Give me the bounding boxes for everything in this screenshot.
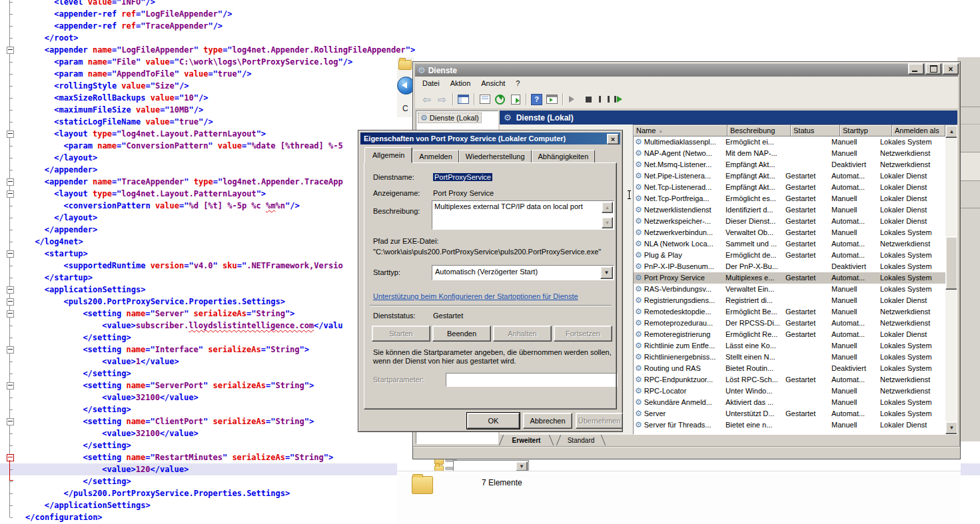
table-row[interactable]: Server für Threads...Bietet eine n...Man… (634, 419, 945, 431)
fold-toggle-icon[interactable] (7, 178, 14, 186)
tab-standard[interactable]: Standard (557, 435, 605, 445)
table-row[interactable]: RAS-Verbindungsv...Verwaltet Ein...Manue… (634, 284, 945, 295)
menu-ansicht[interactable]: Ansicht (476, 78, 510, 89)
table-row[interactable]: Sekundäre Anmeld...Aktiviert das ...Manu… (634, 397, 945, 408)
fold-toggle-icon[interactable] (7, 310, 14, 318)
service-cell (783, 295, 829, 306)
fold-toggle-icon[interactable] (7, 418, 14, 425)
console-tree-button[interactable] (456, 92, 471, 107)
table-row[interactable]: Richtlinie zum Entfe...Lässt eine Ko...M… (634, 340, 945, 352)
table-row[interactable]: NetzwerklistendienstIdentifiziert d...Ge… (634, 204, 945, 216)
table-row[interactable]: RPC-LocatorUnter Windo...ManuellNetzwerk… (634, 386, 945, 397)
code-token: =" (213, 177, 223, 186)
vertical-scrollbar[interactable]: ▲ ▼ (945, 125, 957, 434)
table-row[interactable]: Routing und RASBietet Routin...Deaktivie… (634, 363, 945, 374)
code-token: String (275, 381, 304, 390)
column-header-name[interactable]: Name (634, 125, 728, 136)
refresh-button[interactable] (492, 92, 508, 107)
table-row[interactable]: Net.Msmq-Listener...Empfängt Akt...Deakt… (634, 159, 945, 170)
tab-anmelden[interactable]: Anmelden (412, 150, 459, 163)
table-row[interactable]: RemoteregistrierungErmöglicht Re...Gesta… (634, 329, 945, 340)
code-token: 10 (184, 93, 193, 103)
table-row[interactable]: Registrierungsdiens...Registriert di...M… (634, 295, 945, 306)
service-name-cell: Netzwerkspeicher-... (634, 216, 723, 227)
forward-arrow-button[interactable]: ⇨ (434, 92, 450, 107)
table-row[interactable]: PnP-X-IP-Busenum...Der PnP-X-Bu...Deakti… (634, 261, 945, 272)
tab-erweitert[interactable]: Erweitert (500, 435, 553, 445)
column-header-starttyp[interactable]: Starttyp (840, 125, 892, 136)
table-row[interactable]: NAP-Agent (Netwo...Mit dem NAP-...Manuel… (634, 148, 945, 159)
service-cell: Manuell (829, 284, 877, 295)
pause-service-button[interactable] (596, 92, 612, 107)
column-header-status[interactable]: Status (791, 125, 840, 136)
properties-icon (480, 95, 490, 104)
service-cell: Manuell (829, 148, 877, 159)
fold-toggle-icon[interactable] (7, 190, 14, 198)
column-header-beschreibung[interactable]: Beschreibung (728, 125, 791, 136)
fold-toggle-icon[interactable] (7, 346, 14, 354)
table-row[interactable]: Remoteprozedurau...Der RPCSS-Di...Gestar… (634, 318, 945, 329)
fold-toggle-icon[interactable] (7, 382, 14, 390)
scroll-down-icon[interactable]: ▼ (945, 421, 957, 434)
code-token: log4net.Layout.PatternLayout (121, 129, 256, 138)
service-cell: Lokales System (877, 363, 945, 374)
table-row[interactable]: Netzwerkspeicher-...Dieser Dienst...Gest… (634, 216, 945, 227)
code-token: ref (121, 21, 136, 31)
ok-button[interactable]: OK (467, 413, 520, 429)
column-header-anmelden-als[interactable]: Anmelden als (892, 125, 945, 136)
export-list-button[interactable] (508, 92, 523, 107)
code-token: =" (107, 57, 117, 67)
tab-wiederherstellung[interactable]: Wiederherstellung (459, 150, 532, 163)
table-row[interactable]: Remotedesktopdie...Ermöglicht Be...Gesta… (634, 306, 945, 318)
scroll-up-icon[interactable]: ▲ (945, 125, 957, 138)
maximize-button[interactable] (925, 63, 941, 75)
fold-toggle-icon[interactable] (7, 131, 14, 138)
properties-button[interactable] (477, 92, 492, 107)
fold-toggle-icon[interactable] (7, 47, 14, 54)
table-row[interactable]: Plug & PlayErmöglicht de...GestartetAuto… (634, 250, 945, 261)
dialog-titlebar[interactable]: Eigenschaften von Port Proxy Service (Lo… (360, 132, 620, 144)
show-window-button[interactable] (544, 92, 560, 107)
code-token: ConversionPattern (127, 141, 209, 150)
table-row[interactable]: Net.Tcp-Portfreiga...Ermöglicht es...Ges… (634, 193, 945, 204)
dialog-close-button[interactable]: × (607, 134, 619, 144)
code-token: <param (64, 141, 98, 150)
scrollbar-thumb[interactable] (945, 236, 957, 290)
start-service-button[interactable] (566, 92, 581, 107)
close-button[interactable]: × (943, 63, 959, 75)
apply-button[interactable]: Übernehmen (576, 413, 623, 429)
table-row[interactable]: Richtlinienergebniss...Stellt einen N...… (634, 352, 945, 363)
table-row[interactable]: NLA (Network Loca...Sammelt und ...Gesta… (634, 238, 945, 250)
code-token: "> (256, 189, 266, 198)
table-row[interactable]: Port Proxy ServiceMultiplexes e...Gestar… (634, 272, 945, 284)
fold-toggle-icon[interactable] (7, 250, 14, 258)
fold-toggle-icon[interactable] (7, 286, 14, 294)
menu-aktion[interactable]: Aktion (446, 78, 476, 89)
table-row[interactable]: Net.Tcp-Listenerad...Empfängt Akt...Gest… (634, 182, 945, 193)
table-row[interactable]: Net.Pipe-Listenera...Empfängt Akt...Gest… (634, 170, 945, 182)
code-token: <level (54, 0, 88, 7)
fold-tick (10, 2, 13, 3)
back-arrow-button[interactable]: ⇦ (419, 92, 434, 107)
stop-service-button[interactable] (581, 92, 596, 107)
tree-item-dienste-lokal[interactable]: Dienste (Lokal) (418, 113, 482, 123)
help-button[interactable]: ? (529, 92, 544, 107)
close-icon: × (948, 66, 953, 73)
code-token: "/> (338, 57, 352, 67)
code-token: 1 (136, 357, 141, 366)
tab-abhaengigkeiten[interactable]: Abhängigkeiten (532, 150, 596, 163)
cancel-button[interactable]: Abbrechen (523, 413, 572, 429)
minimize-button[interactable] (908, 63, 924, 75)
menu-help[interactable]: ? (511, 78, 524, 89)
service-cell: Lokales System (877, 261, 945, 272)
table-row[interactable]: Netzwerkverbindun...Verwaltet Ob...Gesta… (634, 227, 945, 238)
fold-toggle-icon[interactable] (7, 298, 14, 306)
titlebar[interactable]: Dienste (415, 64, 958, 77)
chevron-down-icon[interactable]: ▼ (516, 461, 528, 471)
table-row[interactable]: ServerUnterstützt D...GestartetAutomat..… (634, 408, 945, 419)
restart-service-button[interactable] (612, 92, 627, 107)
table-row[interactable]: RPC-Endpunktzuor...Löst RPC-Sch...Gestar… (634, 374, 945, 386)
tab-allgemein[interactable]: Allgemein (364, 147, 412, 163)
table-row[interactable]: Multimediaklassenpl...Ermöglicht ei...Ma… (634, 136, 945, 148)
menu-datei[interactable]: Datei (418, 78, 444, 89)
